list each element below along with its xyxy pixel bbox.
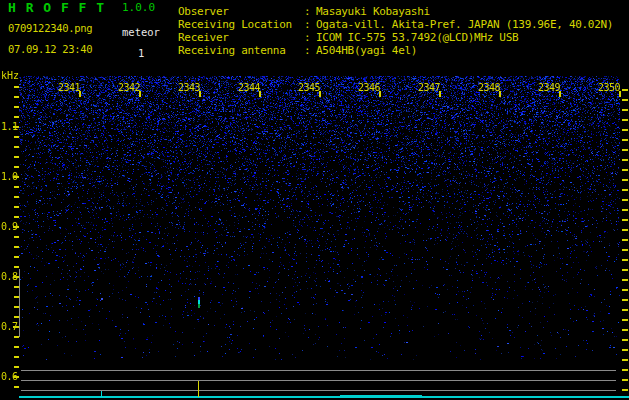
vertical-scale-bar (19, 269, 20, 337)
freq-minor-tick (14, 366, 19, 368)
time-tick-label: 2344 (235, 82, 260, 94)
info-separator: : (304, 18, 316, 31)
minute-tick (199, 91, 201, 97)
freq-major-tick (13, 276, 19, 278)
freq-minor-tick (14, 346, 19, 348)
right-axis-tick (622, 359, 628, 361)
right-axis-tick (622, 169, 628, 171)
info-value: Masayuki Kobayashi (316, 5, 430, 18)
timestamp: 07.09.12 23:40 (8, 43, 92, 56)
freq-minor-tick (14, 296, 19, 298)
right-axis-tick (622, 209, 628, 211)
right-axis-tick (622, 159, 628, 161)
station-info-row: Receiver:ICOM IC-575 53.7492(@LCD)MHz US… (178, 31, 613, 44)
right-axis-tick (622, 149, 628, 151)
right-axis-tick (622, 369, 628, 371)
spectrogram-canvas (19, 76, 620, 360)
freq-minor-tick (14, 246, 19, 248)
freq-minor-tick (14, 286, 19, 288)
right-axis-tick (622, 139, 628, 141)
right-axis-tick (622, 119, 628, 121)
right-axis-tick (622, 319, 628, 321)
minute-tick (499, 91, 501, 97)
info-label: Observer (178, 5, 304, 18)
right-axis-tick (622, 289, 628, 291)
right-axis-tick (622, 249, 628, 251)
right-axis-tick (622, 179, 628, 181)
level-spike (198, 381, 199, 397)
time-tick-label: 2350 (595, 82, 620, 94)
freq-minor-tick (14, 256, 19, 258)
time-tick-label: 2343 (175, 82, 200, 94)
freq-minor-tick (14, 216, 19, 218)
time-tick-label: 2346 (355, 82, 380, 94)
station-info-row: Receiving antenna:A504HB(yagi 4el) (178, 44, 613, 57)
output-filename: 0709122340.png (8, 22, 92, 35)
freq-minor-tick (14, 386, 19, 388)
freq-minor-tick (14, 356, 19, 358)
freq-major-tick (13, 326, 19, 328)
freq-minor-tick (14, 86, 19, 88)
freq-minor-tick (14, 116, 19, 118)
freq-minor-tick (14, 156, 19, 158)
minute-tick (139, 91, 141, 97)
time-tick-label: 2341 (55, 82, 80, 94)
right-axis-tick (622, 219, 628, 221)
level-baseline (19, 396, 629, 398)
right-axis-tick (622, 329, 628, 331)
station-info-row: Observer:Masayuki Kobayashi (178, 5, 613, 18)
right-axis-tick (622, 269, 628, 271)
info-label: Receiver (178, 31, 304, 44)
freq-axis-unit-label: kHz (1, 70, 19, 82)
minute-tick (439, 91, 441, 97)
info-separator: : (304, 44, 316, 57)
minute-tick (379, 91, 381, 97)
right-axis-tick (622, 89, 628, 91)
station-info-block: Observer:Masayuki KobayashiReceiving Loc… (178, 5, 613, 57)
info-separator: : (304, 5, 316, 18)
right-axis-tick (622, 309, 628, 311)
app-version: 1.0.0 (122, 1, 155, 14)
echo-count: 1 (138, 47, 144, 60)
freq-minor-tick (14, 186, 19, 188)
info-label: Receiving Location (178, 18, 304, 31)
freq-minor-tick (14, 316, 19, 318)
freq-major-tick (13, 376, 19, 378)
level-reference-line (21, 390, 616, 391)
hrofft-output-image: H R O F F T 1.0.0 0709122340.png meteor … (0, 0, 629, 400)
freq-minor-tick (14, 146, 19, 148)
freq-minor-tick (14, 166, 19, 168)
level-reference-line (21, 380, 616, 381)
right-axis-tick (622, 189, 628, 191)
right-axis-tick (622, 279, 628, 281)
level-reference-line (21, 370, 616, 371)
freq-minor-tick (14, 266, 19, 268)
info-separator: : (304, 31, 316, 44)
freq-major-tick (13, 126, 19, 128)
time-tick-label: 2342 (115, 82, 140, 94)
freq-minor-tick (14, 106, 19, 108)
right-axis-tick (622, 389, 628, 391)
time-tick-label: 2348 (475, 82, 500, 94)
time-tick-label: 2349 (535, 82, 560, 94)
station-info-row: Receiving Location:Ogata-vill. Akita-Pre… (178, 18, 613, 31)
info-value: ICOM IC-575 53.7492(@LCD)MHz USB (316, 31, 518, 44)
right-axis-tick (622, 259, 628, 261)
minute-tick (319, 91, 321, 97)
level-baseline-bump (340, 395, 422, 396)
freq-major-tick (13, 226, 19, 228)
info-value: Ogata-vill. Akita-Pref. JAPAN (139.96E, … (316, 18, 613, 31)
time-tick-label: 2347 (415, 82, 440, 94)
right-axis-tick (622, 379, 628, 381)
observation-mode-label: meteor (122, 26, 160, 39)
freq-minor-tick (14, 136, 19, 138)
right-axis-tick (622, 229, 628, 231)
minute-tick (559, 91, 561, 97)
level-spike (101, 391, 102, 397)
minute-tick (79, 91, 81, 97)
minute-tick (619, 91, 621, 97)
right-axis-tick (622, 339, 628, 341)
right-axis-tick (622, 109, 628, 111)
freq-minor-tick (14, 236, 19, 238)
right-axis-tick (622, 239, 628, 241)
